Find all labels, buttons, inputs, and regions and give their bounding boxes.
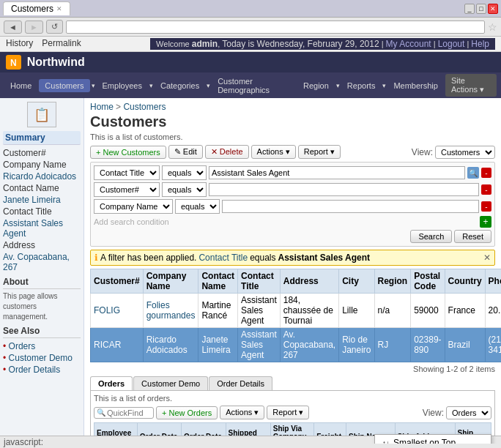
welcome-text: Welcome admin, Today is Wednesday, Febru… [150,38,495,50]
view-label: View: [412,147,433,157]
nav-reports-arrow[interactable]: ▾ [382,82,386,89]
report-btn[interactable]: Report ▾ [298,145,341,159]
see-also-order-details[interactable]: • Order Details [3,364,81,376]
filter-value-3[interactable] [222,200,479,213]
table-row[interactable]: RICAR Ricardo Adoicados Janete Limeira A… [91,328,502,362]
tab-orders[interactable]: Orders [90,376,133,390]
company-link-folig[interactable]: Folies gourmandes [146,300,196,321]
filter-notice-close[interactable]: ✕ [483,253,491,263]
filter-value-2[interactable] [209,183,479,196]
nav-employees[interactable]: Employees [97,79,148,92]
col-postal[interactable]: Postal Code [411,269,445,294]
tab-close-icon[interactable]: ✕ [56,5,62,12]
orders-view-select[interactable]: Orders [446,406,491,419]
refresh-btn[interactable]: ↺ [46,20,63,34]
logout-link[interactable]: Logout [438,39,465,49]
my-account-link[interactable]: My Account [386,39,431,49]
nav-reports[interactable]: Reports [341,79,382,92]
view-select[interactable]: Customers [435,146,495,159]
tab-customer-demo[interactable]: Customer Demo [133,376,208,390]
tab-order-details[interactable]: Order Details [209,376,272,390]
reset-btn[interactable]: Reset [454,230,491,243]
filter-op-1[interactable]: equals [162,165,207,180]
col-country[interactable]: Country [445,269,485,294]
company-link-ricar[interactable]: Ricardo Adoicados [146,335,188,355]
window-controls: _ □ ✕ [464,4,498,14]
col-address[interactable]: Address [280,269,338,294]
close-btn[interactable]: ✕ [488,4,498,14]
summary-title[interactable]: Summary [3,131,81,145]
nav-home[interactable]: Home [4,79,37,92]
new-customers-btn[interactable]: + New Customers [90,146,166,159]
filter-actions: Search Reset [94,230,491,243]
search-btn[interactable]: Search [410,230,452,243]
new-orders-btn[interactable]: + New Orders [156,406,218,419]
nav-region[interactable]: Region [297,79,335,92]
filter-field-2[interactable]: Customer# [94,182,160,197]
sidebar-field-0: Customer# [3,147,81,159]
col-region[interactable]: Region [374,269,411,294]
filter-remove-1[interactable]: - [481,168,491,178]
filter-op-2[interactable]: equals [162,182,207,197]
col-contact[interactable]: Contact Name [198,269,238,294]
filter-notice-equals: equals [250,253,275,263]
help-link[interactable]: Help [471,39,489,49]
col-title[interactable]: Contact Title [238,269,281,294]
browser-tab[interactable]: Customers ✕ [3,1,70,15]
sidebar-field-4: Janete Limeira [3,194,81,206]
actions-btn[interactable]: Actions ▾ [251,145,296,159]
customer-link-ricar[interactable]: RICAR [94,340,121,350]
col-customer[interactable]: Customer# [91,269,144,294]
see-also-orders[interactable]: • Orders [3,340,81,352]
history-link[interactable]: History [6,38,33,50]
col-phone[interactable]: Phone [485,269,501,294]
nav-membership[interactable]: Membership [387,79,444,92]
page-title: Customers [90,113,495,130]
nav-region-arrow[interactable]: ▾ [336,82,340,89]
quickfind-box: 🔍 [94,407,154,419]
table-row[interactable]: FOLIG Folies gourmandes Martine Rancé As… [91,294,502,328]
site-actions-btn[interactable]: Site Actions ▾ [445,74,497,97]
app-title: Northwind [27,56,85,69]
dropdown-sort-asc[interactable]: ↑↓ Smallest on Top [375,435,491,444]
orders-report-btn[interactable]: Report ▾ [267,406,309,419]
nav-customer-demographics[interactable]: Customer Demographics [212,75,296,97]
address-bar[interactable]: localhost:22608/Pages/Customers.aspx [66,20,485,34]
minimize-btn[interactable]: _ [464,4,475,14]
filter-remove-3[interactable]: - [481,201,491,212]
tabs-row: Orders Customer Demo Order Details [90,376,495,390]
bookmark-icon[interactable]: ☆ [488,21,497,33]
filter-search-icon-1[interactable]: 🔍 [467,167,479,179]
filter-field-3[interactable]: Company Name [94,199,173,214]
sidebar-summary-section: Summary Customer# Company Name Ricardo A… [3,131,81,273]
filter-remove-2[interactable]: - [481,184,491,195]
maximize-btn[interactable]: □ [476,4,486,14]
permalink-link[interactable]: Permalink [42,38,81,50]
nav-customers-arrow[interactable]: ▾ [92,82,95,89]
forward-btn[interactable]: ► [25,20,43,34]
see-also-orders-link[interactable]: Orders [9,341,36,351]
col-company[interactable]: Company Name [143,269,198,294]
nav-categories-arrow[interactable]: ▾ [207,82,210,89]
nav-employees-arrow[interactable]: ▾ [149,82,153,89]
add-condition-btn[interactable]: + [480,216,491,228]
see-also-order-details-link[interactable]: Order Details [9,365,61,375]
filter-value-1[interactable] [209,166,465,179]
breadcrumb-customers[interactable]: Customers [123,102,166,112]
edit-btn[interactable]: ✎ Edit [168,145,203,159]
see-also-customer-demo-link[interactable]: Customer Demo [9,353,73,363]
sidebar-field-2: Ricardo Adoicados [3,171,81,182]
quickfind-input[interactable] [107,408,151,417]
filter-op-3[interactable]: equals [175,199,220,214]
nav-categories[interactable]: Categories [155,79,205,92]
filter-field-1[interactable]: Contact Title [94,165,160,180]
back-btn[interactable]: ◄ [4,20,22,34]
breadcrumb-home[interactable]: Home [90,102,114,112]
orders-actions-btn[interactable]: Actions ▾ [220,406,264,419]
customer-link-folig[interactable]: FOLIG [94,305,120,316]
col-city[interactable]: City [339,269,374,294]
nav-customers[interactable]: Customers [39,79,89,92]
delete-btn[interactable]: ✕ Delete [205,145,249,159]
see-also-customer-demo[interactable]: • Customer Demo [3,352,81,364]
filter-notice-link[interactable]: Contact Title [198,253,248,263]
